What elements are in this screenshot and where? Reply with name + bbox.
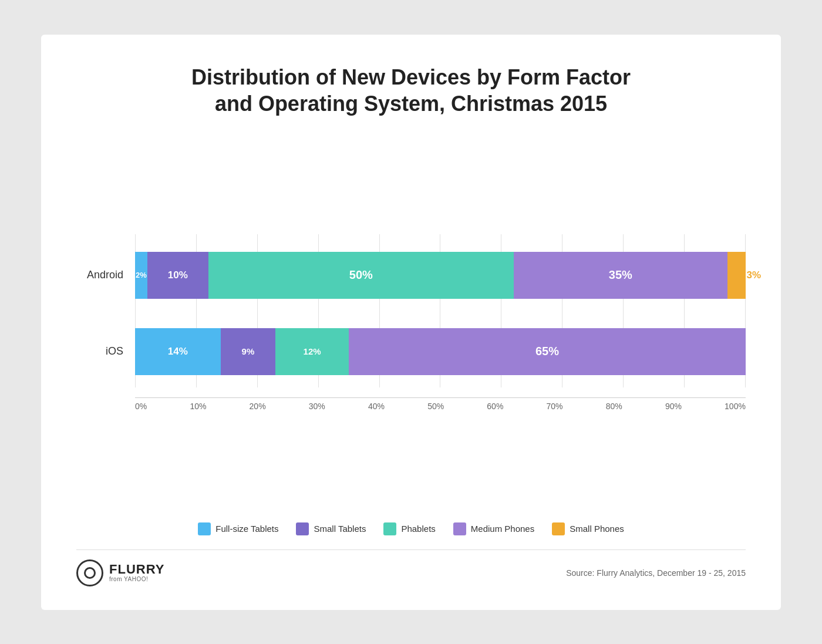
x-axis-labels: 0% 10% 20% 30% 40% 50% 60% 70% 80% 90% 1… xyxy=(135,397,746,411)
ios-small-tablets: 9% xyxy=(221,328,276,375)
android-label: Android xyxy=(76,269,135,281)
x-label-30: 30% xyxy=(309,402,325,411)
legend-swatch-phablets xyxy=(383,522,396,535)
x-label-60: 60% xyxy=(487,402,503,411)
android-bar: 2% 10% 50% 35% 3% xyxy=(135,252,746,299)
chart-area: Android 2% 10% 50% 35% xyxy=(76,134,746,511)
legend: Full-size Tablets Small Tablets Phablets… xyxy=(76,522,746,535)
x-label-20: 20% xyxy=(250,402,266,411)
android-medium-phones: 35% xyxy=(514,252,727,299)
legend-label-full-size-tablets: Full-size Tablets xyxy=(215,524,278,534)
ios-medium-phones: 65% xyxy=(349,328,746,375)
flurry-sub: from YAHOO! xyxy=(109,576,164,582)
chart-title: Distribution of New Devices by Form Fact… xyxy=(76,64,746,117)
x-label-80: 80% xyxy=(606,402,622,411)
legend-label-medium-phones: Medium Phones xyxy=(471,524,534,534)
legend-small-tablets: Small Tablets xyxy=(296,522,366,535)
legend-swatch-medium-phones xyxy=(453,522,466,535)
ios-label: iOS xyxy=(76,345,135,358)
flurry-logo: FLURRY from YAHOO! xyxy=(76,559,164,586)
legend-label-small-phones: Small Phones xyxy=(570,524,624,534)
legend-full-size-tablets: Full-size Tablets xyxy=(198,522,278,535)
legend-phablets: Phablets xyxy=(383,522,435,535)
source-text: Source: Flurry Analytics, December 19 - … xyxy=(566,568,746,578)
x-axis: 0% 10% 20% 30% 40% 50% 60% 70% 80% 90% 1… xyxy=(76,397,746,411)
legend-swatch-small-tablets xyxy=(296,522,309,535)
x-label-70: 70% xyxy=(547,402,563,411)
legend-label-phablets: Phablets xyxy=(401,524,435,534)
android-phablets: 50% xyxy=(208,252,514,299)
x-label-10: 10% xyxy=(190,402,206,411)
flurry-inner-circle-icon xyxy=(84,567,96,579)
flurry-circle-icon xyxy=(76,559,103,586)
flurry-text: FLURRY from YAHOO! xyxy=(109,563,164,582)
chart-card: Distribution of New Devices by Form Fact… xyxy=(41,35,781,610)
x-label-100: 100% xyxy=(725,402,746,411)
x-label-40: 40% xyxy=(368,402,385,411)
ios-phablets: 12% xyxy=(275,328,349,375)
legend-swatch-small-phones xyxy=(552,522,565,535)
legend-label-small-tablets: Small Tablets xyxy=(314,524,366,534)
x-label-0: 0% xyxy=(135,402,147,411)
x-label-50: 50% xyxy=(427,402,444,411)
flurry-name: FLURRY xyxy=(109,563,164,576)
footer: FLURRY from YAHOO! Source: Flurry Analyt… xyxy=(76,549,746,586)
legend-medium-phones: Medium Phones xyxy=(453,522,534,535)
android-bar-row: Android 2% 10% 50% 35% xyxy=(76,234,746,316)
ios-full-size-tablets: 14% xyxy=(135,328,221,375)
x-label-90: 90% xyxy=(665,402,682,411)
ios-bar: 14% 9% 12% 65% xyxy=(135,328,746,375)
ios-bar-row: iOS 14% 9% 12% 65% xyxy=(76,328,746,393)
android-full-size-tablets: 2% xyxy=(135,252,147,299)
legend-swatch-full-size-tablets xyxy=(198,522,211,535)
android-small-phones: 3% xyxy=(727,252,746,299)
legend-small-phones: Small Phones xyxy=(552,522,624,535)
android-small-tablets: 10% xyxy=(147,252,208,299)
